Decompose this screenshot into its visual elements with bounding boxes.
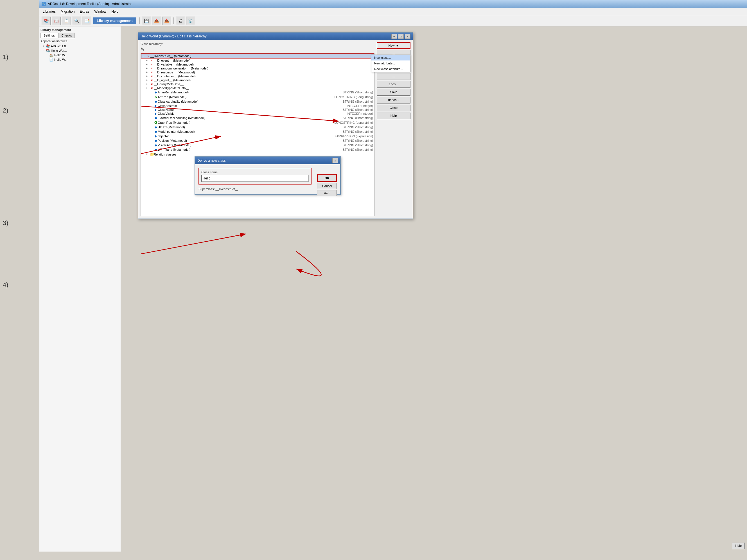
toolbar-label: Library management bbox=[93, 18, 136, 24]
new-button-wrapper: New ▼ New class... New attribute... New … bbox=[377, 42, 410, 49]
tree-hello-w-2[interactable]: 📄 Hello W... bbox=[41, 57, 120, 62]
new-dropdown-menu: New class... New attribute... New class … bbox=[371, 55, 410, 72]
tree-adoxx[interactable]: + 📚 ADOxx 1.8... bbox=[41, 44, 120, 48]
toolbar-btn-8[interactable]: 📥 bbox=[162, 17, 171, 25]
outer-help-button[interactable]: Help bbox=[732, 542, 745, 549]
tree-item-relation-classes[interactable]: + 📁 Relation classes bbox=[141, 152, 374, 157]
tree-item-ext-tool[interactable]: ◆ External tool coupling (Metamodel) STR… bbox=[141, 116, 374, 120]
main-area: Library management Settings Checks Appli… bbox=[40, 26, 747, 552]
dialog-edit-class-hierarchy: Hello World (Dynamic) - Edit class hiera… bbox=[138, 32, 413, 219]
class-name-label: Class name: bbox=[201, 171, 309, 174]
menu-extras[interactable]: Extras bbox=[77, 9, 92, 14]
tree-item-attrrep[interactable]: A AttrRep (Metamodel) LONGSTRING (Long s… bbox=[141, 95, 374, 99]
tree-item-class-cardinality[interactable]: ◆ Class cardinality (Metamodel) STRING (… bbox=[141, 99, 374, 104]
menu-migration[interactable]: Migration bbox=[58, 9, 77, 14]
btn-placeholder-2[interactable]: ... bbox=[377, 73, 410, 80]
dialog-maximize-btn[interactable]: □ bbox=[398, 34, 404, 39]
app-libraries-label: Application libraries bbox=[41, 40, 120, 43]
help-button[interactable]: Help bbox=[377, 112, 410, 119]
tree-item-animrep[interactable]: ◆ AnimRep (Metamodel) STRING (Short stri… bbox=[141, 90, 374, 95]
subdialog-derive-class: Derive a new class × Class name: Supercl… bbox=[195, 156, 341, 195]
menu-bar: Libraries Migration Extras Window Help bbox=[40, 8, 747, 15]
dialog-title-controls: − □ × bbox=[391, 34, 410, 39]
annotation-1: 1) bbox=[3, 53, 8, 61]
tree-item-library-meta[interactable]: + × __LibraryMetaData__ bbox=[141, 82, 374, 86]
tree-item-wf-trans[interactable]: ◆ WF_Trans (Metamodel) STRING (Short str… bbox=[141, 147, 374, 152]
tree-item-object-id[interactable]: ♦ object-id EXPRESSION (Expression) bbox=[141, 134, 374, 138]
tree-item-d-agent[interactable]: + × __D_agent__ (Metamodel) bbox=[141, 78, 374, 82]
toolbar-btn-6[interactable]: 💾 bbox=[142, 17, 151, 25]
btn-queries[interactable]: ueries... bbox=[377, 97, 410, 103]
toolbar-btn-2[interactable]: 📖 bbox=[52, 17, 61, 25]
page-icon-1: 🏠 bbox=[49, 53, 53, 57]
tree-hello-world[interactable]: − 📚 Hello Wor... bbox=[41, 48, 120, 53]
tree-hello-w-1[interactable]: 🏠 Hello W... bbox=[41, 53, 120, 57]
toolbar-separator bbox=[139, 18, 140, 24]
app-icon: 🔧 bbox=[42, 2, 46, 6]
toolbar-btn-9[interactable]: 🖨 bbox=[176, 17, 185, 25]
left-panel-tabs: Settings Checks bbox=[41, 33, 120, 38]
subdialog-buttons: OK Cancel Help bbox=[317, 174, 337, 196]
new-class-menu-item[interactable]: New class... bbox=[371, 55, 410, 60]
subdialog-title-bar: Derive a new class × bbox=[195, 157, 340, 164]
btn-series[interactable]: eries... bbox=[377, 81, 410, 88]
tree-item-class-abstract[interactable]: ◆ⁱ ClassAbstract INTEGER (Integer) bbox=[141, 104, 374, 108]
book-icon-2: 📚 bbox=[46, 49, 50, 53]
toolbar-btn-3[interactable]: 📋 bbox=[62, 17, 71, 25]
tree-item-d-construct[interactable]: − × __D-construct__ (Metamodel) bbox=[141, 53, 374, 58]
subdialog-content: Class name: Superclass: __D-construct__ … bbox=[195, 164, 340, 194]
cancel-button[interactable]: Cancel bbox=[317, 183, 337, 189]
menu-libraries[interactable]: Libraries bbox=[41, 9, 58, 14]
diamond-i-icon-3: ◆ⁱ bbox=[154, 112, 158, 115]
subdialog-help-button[interactable]: Help bbox=[317, 190, 337, 196]
tree-item-visible-attrs[interactable]: ◆ VisibleAttrs (Metamodel) STRING (Short… bbox=[141, 143, 374, 147]
toolbar-btn-7[interactable]: 📤 bbox=[152, 17, 161, 25]
tree-item-model-pointer[interactable]: ◆ Model pointer (Metamodel) STRING (Shor… bbox=[141, 129, 374, 134]
tree-item-hlptxt[interactable]: ◆ HlpTxt (Metamodel) STRING (Short strin… bbox=[141, 125, 374, 129]
tree-item-classvisible[interactable]: ◆ⁱ ClassVisible INTEGER (Integer) bbox=[141, 112, 374, 116]
toolbar-btn-4[interactable]: 🔍 bbox=[72, 17, 81, 25]
diamond-i-icon: ◆ⁱ bbox=[154, 104, 158, 107]
tree-item-d-variable[interactable]: + × __D_variable__ (Metamodel) bbox=[141, 62, 374, 67]
book-icon: 📚 bbox=[46, 44, 50, 48]
tree-item-d-container[interactable]: + × __D_container__ (Metamodel) bbox=[141, 74, 374, 78]
ok-button[interactable]: OK bbox=[317, 174, 337, 182]
annotation-4: 4) bbox=[3, 281, 8, 288]
page-icon-2: 📄 bbox=[49, 58, 53, 61]
new-button[interactable]: New ▼ bbox=[377, 42, 410, 49]
toolbar-btn-10[interactable]: 📡 bbox=[186, 17, 195, 25]
new-class-attribute-menu-item[interactable]: New class attribute... bbox=[371, 66, 410, 72]
close-button[interactable]: Close bbox=[377, 105, 410, 111]
subdialog-close-btn[interactable]: × bbox=[332, 158, 338, 163]
annotation-3: 3) bbox=[3, 220, 8, 227]
tree-item-position[interactable]: ◆ Position (Metamodel) STRING (Short str… bbox=[141, 138, 374, 143]
tab-settings[interactable]: Settings bbox=[41, 33, 58, 38]
tree-item-classname[interactable]: ◆ⁱ ClassName STRING (Short string) bbox=[141, 108, 374, 112]
save-button[interactable]: Save bbox=[377, 89, 410, 96]
dialog-minimize-btn[interactable]: − bbox=[391, 34, 397, 39]
tree-item-d-event[interactable]: + × __D_event__ (Metamodel) bbox=[141, 58, 374, 62]
tree-toolbar: ✎ bbox=[140, 47, 375, 52]
diamond-i-icon-2: ◆ⁱ bbox=[154, 108, 158, 111]
tab-checks[interactable]: Checks bbox=[58, 33, 75, 38]
menu-window[interactable]: Window bbox=[92, 9, 108, 14]
right-panel: Hello World (Dynamic) - Edit class hiera… bbox=[121, 26, 747, 552]
toolbar: 📚 📖 📋 🔍 📑 Library management 💾 📤 📥 🖨 📡 bbox=[40, 15, 747, 26]
tree-item-model-type[interactable]: + × __ModelTypeMetaData__ bbox=[141, 86, 374, 90]
menu-help[interactable]: Help bbox=[109, 9, 121, 14]
tree-item-d-random[interactable]: + × __D_random_generator__ (Metamodel) bbox=[141, 67, 374, 70]
toolbar-btn-1[interactable]: 📚 bbox=[42, 17, 51, 25]
subdialog-left: Class name: Superclass: __D-construct__ bbox=[199, 168, 311, 191]
app-title: ADOxx 1.8: Development Toolkit (Admin) -… bbox=[48, 2, 132, 6]
tree-item-d-resource[interactable]: + × __D_resource__ (Metamodel) bbox=[141, 70, 374, 74]
tree-item-graphrep[interactable]: G GraphRep (Metamodel) LONGSTRING (Long … bbox=[141, 120, 374, 125]
dialog-close-btn[interactable]: × bbox=[405, 34, 410, 39]
new-attribute-menu-item[interactable]: New attribute... bbox=[371, 60, 410, 66]
buttons-panel: New ▼ New class... New attribute... New … bbox=[377, 42, 410, 216]
subdialog-title-text: Derive a new class bbox=[197, 159, 226, 162]
dialog-title: Hello World (Dynamic) - Edit class hiera… bbox=[140, 34, 207, 38]
pencil-icon[interactable]: ✎ bbox=[140, 47, 144, 52]
annotation-2: 2) bbox=[3, 107, 8, 114]
class-name-input[interactable] bbox=[201, 175, 309, 182]
toolbar-btn-5[interactable]: 📑 bbox=[82, 17, 91, 25]
